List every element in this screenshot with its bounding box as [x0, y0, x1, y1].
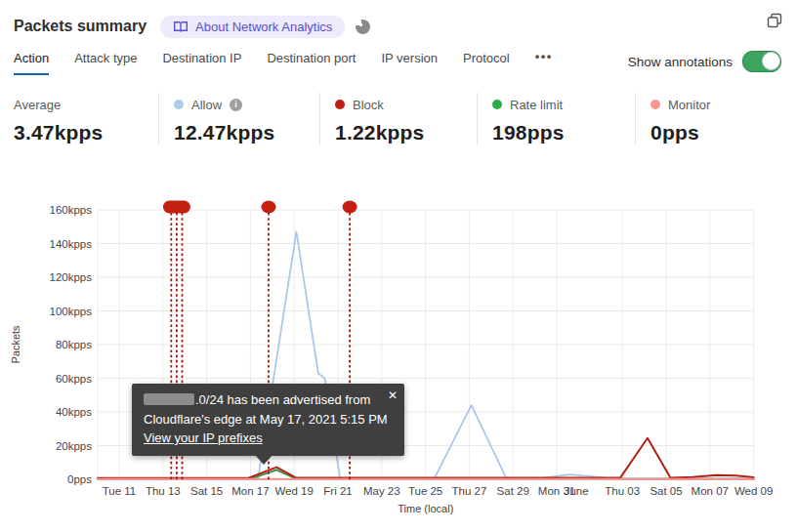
close-icon[interactable]: ✕ — [388, 387, 398, 404]
tab-ip-version[interactable]: IP version — [381, 51, 438, 73]
stat-allow-label: Allow — [191, 98, 222, 112]
view-ip-prefixes-link[interactable]: View your IP prefixes — [144, 430, 263, 445]
packets-summary-panel: Packets summary About Network Analytics … — [0, 0, 797, 532]
annotation-tooltip: ✕ .0/24 has been advertised from Cloudfl… — [132, 384, 404, 456]
tooltip-line2: Cloudflare's edge at May 17, 2021 5:15 P… — [144, 410, 393, 430]
x-tick-label: Thu 27 — [451, 485, 486, 497]
x-tick-label: June — [565, 485, 589, 497]
show-annotations-toggle[interactable] — [742, 51, 781, 72]
block-legend-dot — [335, 100, 345, 109]
x-tick-label: Sat 05 — [650, 485, 682, 497]
stat-rate-limit-value: 198pps — [492, 121, 635, 144]
tab-action[interactable]: Action — [14, 51, 49, 75]
tooltip-line1: .0/24 has been advertised from — [144, 390, 393, 410]
tab-destination-port[interactable]: Destination port — [267, 51, 356, 73]
tab-protocol[interactable]: Protocol — [463, 51, 510, 73]
tab-bar: Action Attack type Destination IP Destin… — [14, 51, 781, 78]
y-tick-label: 40kpps — [56, 406, 92, 418]
stat-monitor-value: 0pps — [650, 121, 797, 144]
stat-block-label: Block — [353, 98, 384, 112]
stat-average: Average 3.47kpps — [14, 93, 158, 144]
annotation-marker-dot[interactable] — [261, 201, 275, 214]
x-tick-label: Wed 19 — [274, 485, 313, 497]
popout-window-icon[interactable] — [766, 12, 783, 29]
x-axis-title: Time (local) — [398, 503, 453, 514]
book-icon — [173, 20, 189, 33]
show-annotations-label: Show annotations — [628, 55, 733, 69]
y-tick-label: 160kpps — [50, 204, 93, 216]
y-tick-label: 140kpps — [50, 238, 93, 250]
tab-destination-ip[interactable]: Destination IP — [162, 51, 241, 73]
info-icon[interactable]: i — [230, 99, 242, 111]
page-title: Packets summary — [14, 18, 147, 35]
monitor-legend-dot — [650, 100, 660, 109]
stat-monitor-label: Monitor — [668, 98, 710, 112]
x-tick-label: Thu 13 — [146, 485, 181, 497]
allow-legend-dot — [174, 100, 184, 109]
x-tick-label: Wed 09 — [734, 485, 773, 497]
stat-average-label: Average — [14, 98, 61, 112]
x-tick-label: Tue 25 — [408, 485, 442, 497]
pie-progress-icon — [356, 20, 370, 34]
x-tick-label: May 23 — [363, 485, 400, 497]
x-tick-label: Fri 21 — [323, 485, 352, 497]
stat-monitor: Monitor 0pps — [635, 93, 797, 144]
stat-average-value: 3.47kpps — [14, 121, 158, 144]
stat-block: Block 1.22kpps — [319, 93, 477, 144]
y-tick-label: 0pps — [67, 473, 92, 485]
x-tick-label: Mon 17 — [231, 485, 269, 497]
toggle-knob — [762, 52, 780, 70]
stat-rate-limit-label: Rate limit — [510, 98, 563, 112]
stat-allow-value: 12.47kpps — [174, 121, 319, 144]
show-annotations-control: Show annotations — [628, 51, 781, 72]
y-tick-label: 60kpps — [56, 373, 92, 385]
x-tick-label: Sat 29 — [497, 485, 529, 497]
y-tick-label: 80kpps — [56, 339, 92, 350]
about-network-analytics-badge[interactable]: About Network Analytics — [160, 16, 345, 38]
annotation-marker-dot[interactable] — [343, 201, 357, 214]
tooltip-caret — [255, 455, 273, 465]
badge-label: About Network Analytics — [195, 20, 332, 34]
header: Packets summary About Network Analytics — [14, 12, 783, 41]
stat-allow: Allow i 12.47kpps — [158, 93, 319, 144]
y-tick-label: 100kpps — [50, 306, 93, 317]
annotation-marker-pill[interactable] — [163, 201, 190, 214]
stat-rate-limit: Rate limit 198pps — [477, 93, 635, 144]
y-axis-title: Packets — [10, 325, 21, 364]
packets-time-series-chart[interactable]: 0pps20kpps40kpps60kpps80kpps100kpps120kp… — [0, 181, 797, 532]
tab-attack-type[interactable]: Attack type — [74, 51, 137, 73]
y-tick-label: 120kpps — [50, 271, 93, 283]
x-tick-label: Tue 11 — [103, 485, 137, 497]
y-tick-label: 20kpps — [56, 440, 92, 452]
redacted-ip-prefix — [144, 393, 194, 405]
x-tick-label: Sat 15 — [190, 485, 223, 497]
x-tick-label: Thu 03 — [605, 485, 640, 497]
rate-limit-legend-dot — [492, 100, 502, 109]
stat-block-value: 1.22kpps — [335, 121, 477, 144]
stats-row: Average 3.47kpps Allow i 12.47kpps Block… — [14, 93, 797, 144]
x-tick-label: Mon 07 — [692, 485, 729, 497]
more-tabs-button[interactable]: ••• — [535, 49, 553, 63]
